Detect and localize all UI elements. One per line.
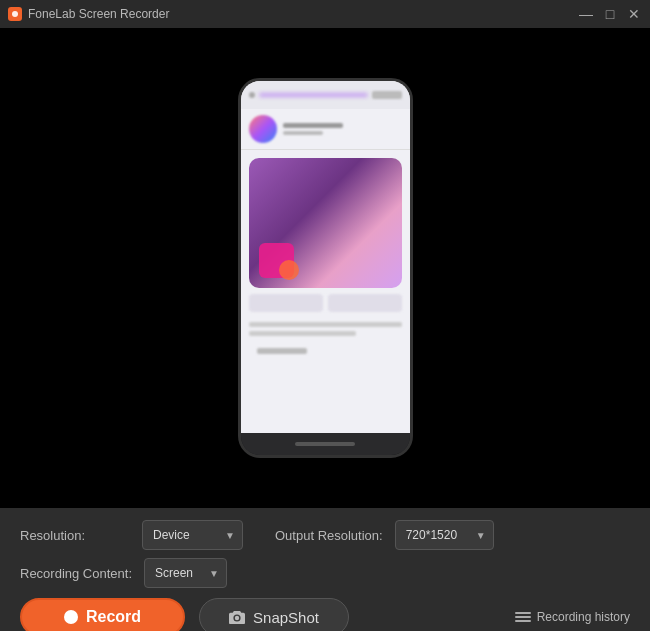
app-title: FoneLab Screen Recorder (28, 7, 169, 21)
phone-app-title-blur (259, 93, 368, 97)
resolution-row: Resolution: Device Full Screen Custom ▼ … (20, 520, 630, 550)
resolution-label: Resolution: (20, 528, 130, 543)
output-resolution-select[interactable]: 720*1520 1080*2340 1440*3120 (395, 520, 494, 550)
recording-content-label: Recording Content: (20, 566, 132, 581)
phone-avatar (249, 115, 277, 143)
record-button-label: Record (86, 608, 141, 626)
phone-btn-row (249, 294, 402, 312)
phone-name-block (283, 123, 343, 135)
phone-btn-2 (328, 294, 402, 312)
hamburger-line-3 (515, 620, 531, 622)
phone-btn-1 (249, 294, 323, 312)
close-button[interactable]: ✕ (626, 6, 642, 22)
hamburger-line-1 (515, 612, 531, 614)
phone-card (249, 158, 402, 288)
phone-mockup (238, 78, 413, 458)
window-controls: — □ ✕ (578, 6, 642, 22)
phone-avatar-row (241, 109, 410, 149)
title-bar: FoneLab Screen Recorder — □ ✕ (0, 0, 650, 28)
phone-sub-line (283, 131, 323, 135)
title-bar-left: FoneLab Screen Recorder (8, 7, 169, 21)
phone-text-row-1 (249, 322, 402, 327)
snapshot-button[interactable]: SnapShot (199, 598, 349, 631)
svg-point-2 (235, 616, 239, 620)
hamburger-icon (515, 612, 531, 622)
recording-content-select-wrapper[interactable]: Screen Camera Both ▼ (144, 558, 227, 588)
output-resolution-select-wrapper[interactable]: 720*1520 1080*2340 1440*3120 ▼ (395, 520, 494, 550)
camera-icon (229, 610, 245, 624)
phone-name-line (283, 123, 343, 128)
app-icon (8, 7, 22, 21)
minimize-button[interactable]: — (578, 6, 594, 22)
phone-screen (241, 81, 410, 433)
hamburger-line-2 (515, 616, 531, 618)
phone-content-area (241, 150, 410, 364)
phone-card-overlay2 (279, 260, 299, 280)
recording-content-row: Recording Content: Screen Camera Both ▼ (20, 558, 630, 588)
phone-bottom-tag (257, 348, 307, 354)
recording-history-label: Recording history (537, 610, 630, 624)
phone-status-tag (372, 91, 402, 99)
svg-point-1 (12, 11, 18, 17)
record-button[interactable]: Record (20, 598, 185, 631)
action-row: Record SnapShot Recording history (20, 598, 630, 631)
recording-history-link[interactable]: Recording history (515, 610, 630, 624)
phone-top-bar (241, 81, 410, 109)
output-resolution-label: Output Resolution: (275, 528, 383, 543)
snapshot-button-label: SnapShot (253, 609, 319, 626)
phone-text-rows (249, 318, 402, 340)
record-circle-icon (64, 610, 78, 624)
phone-status-dot (249, 92, 255, 98)
phone-bottom-bar (241, 433, 410, 455)
phone-home-indicator (295, 442, 355, 446)
preview-area (0, 28, 650, 508)
resolution-select-wrapper[interactable]: Device Full Screen Custom ▼ (142, 520, 243, 550)
recording-content-select[interactable]: Screen Camera Both (144, 558, 227, 588)
resolution-select[interactable]: Device Full Screen Custom (142, 520, 243, 550)
controls-area: Resolution: Device Full Screen Custom ▼ … (0, 508, 650, 631)
phone-text-row-2 (249, 331, 356, 336)
maximize-button[interactable]: □ (602, 6, 618, 22)
